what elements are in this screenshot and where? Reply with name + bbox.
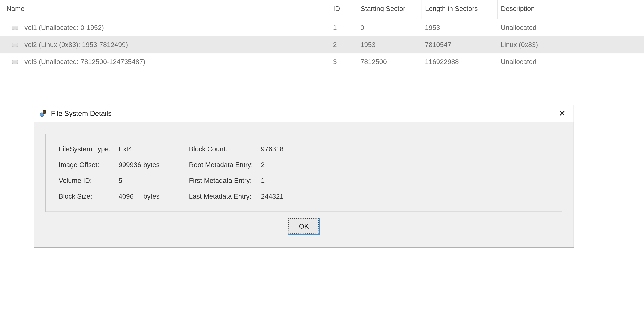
detail-value: 2 <box>261 161 286 169</box>
cell-name: vol2 (Linux (0x83): 1953-7812499) <box>0 36 330 53</box>
details-right-column: Block Count:976318Root Metadata Entry:2F… <box>189 145 286 200</box>
disk-icon <box>11 43 19 48</box>
ok-button[interactable]: OK <box>288 218 320 234</box>
detail-unit <box>144 145 160 153</box>
volume-name: vol1 (Unallocated: 0-1952) <box>24 24 104 31</box>
detail-unit: bytes <box>144 161 160 169</box>
detail-label: Volume ID: <box>59 177 118 184</box>
cell-length: 1953 <box>422 19 498 36</box>
detail-label: Block Count: <box>189 145 261 153</box>
table-row[interactable]: vol3 (Unallocated: 7812500-124735487)378… <box>0 53 644 70</box>
details-frame: FileSystem Type:Ext4Image Offset:999936b… <box>46 134 562 212</box>
cell-start: 7812500 <box>357 53 422 70</box>
detail-label: Root Metadata Entry: <box>189 161 261 169</box>
cell-start: 1953 <box>357 36 422 53</box>
detail-value: 4096 <box>118 192 143 200</box>
cell-id: 3 <box>330 53 357 70</box>
app-icon <box>39 110 47 118</box>
col-header-length[interactable]: Length in Sectors <box>422 0 498 19</box>
cell-id: 2 <box>330 36 357 53</box>
detail-label: Image Offset: <box>59 161 118 169</box>
cell-desc: Unallocated <box>498 53 644 70</box>
col-header-name[interactable]: Name <box>0 0 330 19</box>
cell-name: vol3 (Unallocated: 7812500-124735487) <box>0 53 330 70</box>
dialog-title: File System Details <box>51 110 556 118</box>
detail-label: First Metadata Entry: <box>189 177 261 184</box>
dialog-titlebar[interactable]: File System Details ✕ <box>34 105 574 122</box>
detail-value: 1 <box>261 177 286 184</box>
col-header-desc[interactable]: Description <box>498 0 644 19</box>
detail-label: Block Size: <box>59 192 118 200</box>
detail-value: 976318 <box>261 145 286 153</box>
table-header-row: Name ID Starting Sector Length in Sector… <box>0 0 644 19</box>
col-header-start[interactable]: Starting Sector <box>357 0 422 19</box>
cell-desc: Linux (0x83) <box>498 36 644 53</box>
cell-desc: Unallocated <box>498 19 644 36</box>
file-system-details-dialog: File System Details ✕ FileSystem Type:Ex… <box>34 105 574 248</box>
volume-table[interactable]: Name ID Starting Sector Length in Sector… <box>0 0 644 70</box>
cell-name: vol1 (Unallocated: 0-1952) <box>0 19 330 36</box>
col-header-id[interactable]: ID <box>330 0 357 19</box>
details-left-column: FileSystem Type:Ext4Image Offset:999936b… <box>59 145 174 200</box>
cell-start: 0 <box>357 19 422 36</box>
detail-value: Ext4 <box>118 145 143 153</box>
detail-unit <box>144 177 160 184</box>
detail-value: 999936 <box>118 161 143 169</box>
disk-icon <box>11 26 19 31</box>
table-row[interactable]: vol1 (Unallocated: 0-1952)101953Unalloca… <box>0 19 644 36</box>
cell-id: 1 <box>330 19 357 36</box>
disk-icon <box>11 60 19 65</box>
dialog-body: FileSystem Type:Ext4Image Offset:999936b… <box>34 122 574 247</box>
cell-length: 7810547 <box>422 36 498 53</box>
table-row[interactable]: vol2 (Linux (0x83): 1953-7812499)2195378… <box>0 36 644 53</box>
detail-label: FileSystem Type: <box>59 145 118 153</box>
detail-value: 5 <box>118 177 143 184</box>
detail-value: 244321 <box>261 192 286 200</box>
volume-name: vol3 (Unallocated: 7812500-124735487) <box>24 58 146 65</box>
detail-label: Last Metadata Entry: <box>189 192 261 200</box>
volume-name: vol2 (Linux (0x83): 1953-7812499) <box>24 41 128 48</box>
cell-length: 116922988 <box>422 53 498 70</box>
detail-unit: bytes <box>144 192 160 200</box>
close-icon[interactable]: ✕ <box>556 108 569 119</box>
